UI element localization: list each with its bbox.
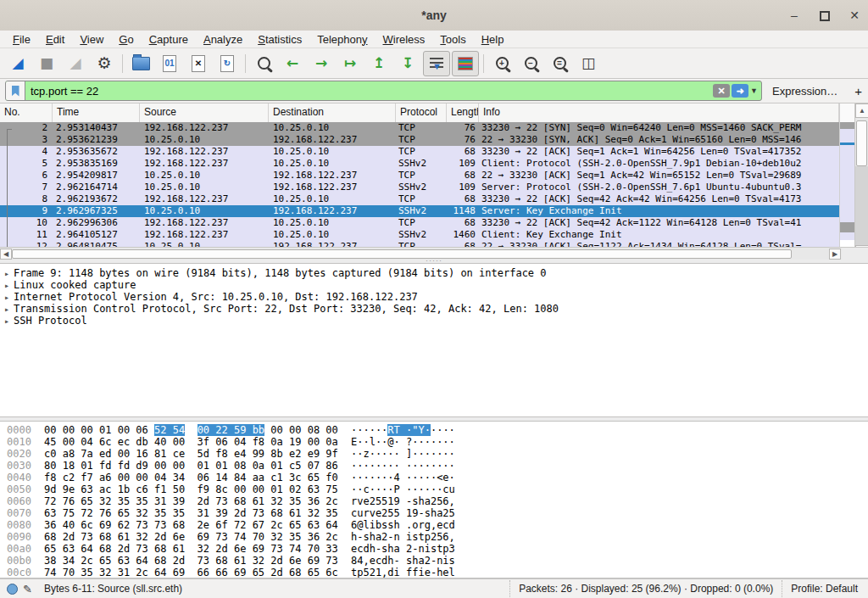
zoom-out-button[interactable]: − [517, 51, 544, 76]
hex-bytes[interactable]: 36 40 6c 69 62 73 73 68 2e 6f 72 67 2c 6… [44, 519, 351, 531]
packet-row-9[interactable]: 92.96296732510.25.0.10192.168.122.237SSH… [0, 205, 839, 217]
hex-ascii[interactable]: tp521,di ffie-hel [351, 567, 455, 578]
close-button[interactable]: ✕ [842, 0, 867, 31]
hex-row-0020[interactable]: 0020c0 a8 7a ed 00 16 81 ce 5d f8 e4 99 … [0, 448, 868, 460]
add-filter-button[interactable]: + [854, 84, 862, 98]
hex-row-0010[interactable]: 001045 00 04 6c ec db 40 00 3f 06 04 f8 … [0, 436, 868, 448]
hex-ascii[interactable]: E··l··@· ?······· [351, 436, 455, 448]
column-header-info[interactable]: Info [479, 103, 839, 122]
menu-statistics[interactable]: Statistics [250, 31, 309, 48]
go-to-packet-button[interactable]: ↦ [337, 51, 364, 76]
filter-value[interactable]: tcp.port == 22 [25, 85, 713, 98]
column-header-protocol[interactable]: Protocol [396, 103, 447, 122]
menu-go[interactable]: Go [111, 31, 141, 48]
menu-telephony[interactable]: Telephony [309, 31, 375, 48]
packet-row-7[interactable]: 72.96216471410.25.0.10192.168.122.237SSH… [0, 182, 839, 193]
scroll-right-button[interactable]: ▶ [829, 249, 841, 260]
hex-bytes[interactable]: 68 2d 73 68 61 32 2d 6e 69 73 74 70 32 3… [44, 531, 351, 543]
hex-bytes[interactable]: 00 00 00 01 00 06 52 54 00 22 59 bb 00 0… [44, 424, 351, 436]
menu-wireless[interactable]: Wireless [376, 31, 433, 48]
hex-ascii[interactable]: 6@libssh .org,ecd [351, 519, 455, 531]
menu-help[interactable]: Help [474, 31, 512, 48]
expand-arrow-icon[interactable]: ▸ [0, 304, 14, 316]
column-header-no[interactable]: No. [0, 103, 53, 122]
scroll-up-button[interactable]: ▲ [855, 103, 868, 118]
start-capture-button[interactable]: ◢ [4, 51, 31, 76]
hex-bytes[interactable]: f8 c2 f7 a6 00 00 04 34 06 14 84 aa c1 3… [44, 472, 351, 483]
menu-view[interactable]: View [72, 31, 111, 48]
detail-line-4[interactable]: ▸SSH Protocol [0, 315, 868, 327]
hex-row-00b0[interactable]: 00b038 34 2c 65 63 64 68 2d 73 68 61 32 … [0, 555, 868, 567]
packet-row-5[interactable]: 52.953835169192.168.122.23710.25.0.10SSH… [0, 158, 839, 170]
stop-capture-button[interactable]: ■ [33, 51, 60, 76]
auto-scroll-button[interactable]: ▼ [423, 51, 450, 76]
capture-comment-icon[interactable]: ✎ [23, 583, 32, 595]
display-filter-input[interactable]: tcp.port == 22 ✕ ➜ ▼ [5, 81, 762, 101]
horizontal-scrollbar[interactable]: ◀ ▶ [0, 247, 842, 260]
hex-bytes[interactable]: c0 a8 7a ed 00 16 81 ce 5d f8 e4 99 8b e… [44, 448, 351, 460]
hex-ascii[interactable]: curve255 19-sha25 [351, 507, 455, 519]
vertical-scroll-handle[interactable] [856, 120, 867, 166]
hex-row-0060[interactable]: 006072 76 65 32 35 35 31 39 2d 73 68 61 … [0, 495, 868, 507]
hex-bytes[interactable]: 38 34 2c 65 63 64 68 2d 73 68 61 32 2d 6… [44, 555, 351, 567]
hex-ascii[interactable]: ··c····P ······cu [351, 483, 455, 495]
filter-clear-button[interactable]: ✕ [713, 84, 730, 98]
filter-dropdown-button[interactable]: ▼ [750, 87, 758, 95]
menu-capture[interactable]: Capture [142, 31, 196, 48]
hex-row-0000[interactable]: 000000 00 00 01 00 06 52 54 00 22 59 bb … [0, 424, 868, 436]
hex-row-0080[interactable]: 008036 40 6c 69 62 73 73 68 2e 6f 72 67 … [0, 519, 868, 531]
menu-edit[interactable]: Edit [38, 31, 72, 48]
go-to-first-button[interactable]: ↥ [365, 51, 392, 76]
column-header-destination[interactable]: Destination [269, 103, 396, 122]
column-header-time[interactable]: Time [53, 103, 140, 122]
go-forward-button[interactable]: → [308, 51, 335, 76]
hex-row-0090[interactable]: 009068 2d 73 68 61 32 2d 6e 69 73 74 70 … [0, 531, 868, 543]
minimize-button[interactable]: – [782, 0, 807, 31]
packet-row-4[interactable]: 42.953635672192.168.122.23710.25.0.10TCP… [0, 146, 839, 158]
hex-bytes[interactable]: 45 00 04 6c ec db 40 00 3f 06 04 f8 0a 1… [44, 436, 351, 448]
expression-button[interactable]: Expression… [772, 85, 837, 98]
packet-row-11[interactable]: 112.964105127192.168.122.23710.25.0.10SS… [0, 229, 839, 241]
hex-ascii[interactable]: rve25519 -sha256, [351, 495, 455, 507]
vertical-scrollbar[interactable]: ▲ ▼ [854, 103, 868, 260]
packet-row-2[interactable]: 22.953140437192.168.122.23710.25.0.10TCP… [0, 122, 839, 134]
colorize-button[interactable] [452, 51, 479, 76]
hex-ascii[interactable]: ecdh-sha 2-nistp3 [351, 543, 455, 555]
hex-bytes[interactable]: 80 18 01 fd fd d9 00 00 01 01 08 0a 01 c… [44, 460, 351, 472]
hex-ascii[interactable]: ········ ········ [351, 460, 455, 472]
expand-arrow-icon[interactable]: ▸ [0, 316, 14, 327]
save-file-button[interactable]: 01 [156, 51, 183, 76]
hex-bytes[interactable]: 9d 9e 63 ac 1b c6 f1 50 f9 8c 00 00 01 0… [44, 483, 351, 495]
open-file-button[interactable] [127, 51, 154, 76]
hex-row-0070[interactable]: 007063 75 72 76 65 32 35 35 31 39 2d 73 … [0, 507, 868, 519]
hex-row-00a0[interactable]: 00a065 63 64 68 2d 73 68 61 32 2d 6e 69 … [0, 543, 868, 555]
hex-bytes[interactable]: 74 70 35 32 31 2c 64 69 66 66 69 65 2d 6… [44, 567, 351, 578]
hex-ascii[interactable]: 84,ecdh- sha2-nis [351, 555, 455, 567]
status-profile[interactable]: Profile: Default [782, 580, 868, 597]
packet-minimap[interactable] [839, 122, 855, 247]
packet-row-6[interactable]: 62.95420981710.25.0.10192.168.122.237TCP… [0, 170, 839, 182]
menu-analyze[interactable]: Analyze [196, 31, 250, 48]
hex-bytes[interactable]: 65 63 64 68 2d 73 68 61 32 2d 6e 69 73 7… [44, 543, 351, 555]
hex-row-0040[interactable]: 0040f8 c2 f7 a6 00 00 04 34 06 14 84 aa … [0, 472, 868, 483]
restart-capture-button[interactable]: ◢ [62, 51, 89, 76]
hex-row-0030[interactable]: 003080 18 01 fd fd d9 00 00 01 01 08 0a … [0, 460, 868, 472]
packet-row-8[interactable]: 82.962193672192.168.122.23710.25.0.10TCP… [0, 193, 839, 205]
horizontal-scroll-handle[interactable] [12, 249, 792, 259]
filter-bookmark-button[interactable] [6, 81, 25, 100]
detail-line-2[interactable]: ▸Internet Protocol Version 4, Src: 10.25… [0, 291, 868, 303]
zoom-in-button[interactable]: + [488, 51, 515, 76]
close-file-button[interactable]: ✕ [185, 51, 212, 76]
detail-line-3[interactable]: ▸Transmission Control Protocol, Src Port… [0, 303, 868, 315]
go-back-button[interactable]: ← [279, 51, 306, 76]
expand-arrow-icon[interactable]: ▸ [0, 280, 14, 292]
hex-bytes[interactable]: 63 75 72 76 65 32 35 35 31 39 2d 73 68 6… [44, 507, 351, 519]
menu-tools[interactable]: Tools [432, 31, 473, 48]
hex-ascii[interactable]: ······RT ·"Y····· [351, 424, 455, 436]
find-packet-button[interactable] [250, 51, 277, 76]
column-header-length[interactable]: Length [447, 103, 479, 122]
capture-options-button[interactable]: ⚙ [91, 51, 118, 76]
hex-row-0050[interactable]: 00509d 9e 63 ac 1b c6 f1 50 f9 8c 00 00 … [0, 483, 868, 495]
expert-info-icon[interactable] [7, 584, 18, 595]
menu-file[interactable]: File [5, 31, 38, 48]
